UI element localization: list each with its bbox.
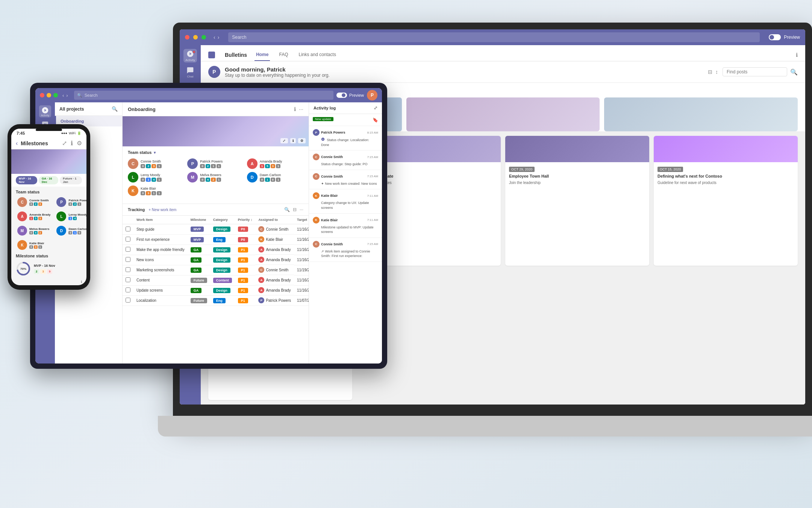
forward-arrow[interactable]: › [218,34,220,40]
tablet-maximize[interactable] [53,93,58,97]
find-posts-input[interactable] [723,67,787,76]
target-date: 11/16/20 [294,285,309,295]
sidebar-icon-chat[interactable]: Chat [183,65,197,79]
phone-member-dawn: D Dawn Carlson 0 1 0 [54,224,86,237]
activity-log-title: Activity log [314,106,336,110]
tab-faq[interactable]: FAQ [277,49,289,61]
tab-links[interactable]: Links and contacts [297,49,337,61]
assignee-cell: K Katie Blair [255,234,294,245]
milestone-tags: MVP · 16 Nov GA · 16 Dec Future · 1 Jan [11,174,86,187]
phone-melva-badges: 0 4 2 [29,231,50,234]
row-checkbox[interactable] [126,227,130,231]
tablet-preview-label: Preview [349,93,364,97]
target-date: 11/16/20 [294,245,309,255]
banner-info-icon[interactable]: ℹ [290,138,296,143]
activity-text-3: ✦ New work item created: New icons [313,181,378,186]
phone-expand-icon[interactable]: ⤢ [62,140,67,147]
tab-home[interactable]: Home [255,49,270,61]
find-posts-search-icon[interactable]: 🔍 [790,68,798,76]
leroy-info: Leroy Moody 0 1 4 1 [141,173,184,182]
tablet-close[interactable] [40,93,44,97]
more-options-icon[interactable]: ··· [299,106,303,112]
phone-amanda-name: Amanda Brady [29,213,50,216]
tracking-actions: 🔍 ⊟ ··· [284,207,303,212]
tablet-forward[interactable]: › [66,93,68,98]
phone-katie-avatar: K [17,240,27,250]
close-button[interactable] [185,35,189,40]
tablet-toggle[interactable] [336,93,347,98]
filter-icon[interactable]: ⊟ [708,69,712,75]
tablet-back[interactable]: ‹ [62,93,64,98]
col-target: Target [294,216,309,224]
row-checkbox[interactable] [126,287,130,292]
tag-future[interactable]: Future · 1 Jan [60,176,82,184]
banner-settings-icon[interactable]: ⚙ [298,138,306,143]
toggle-knob [770,35,774,40]
tag-mvp[interactable]: MVP · 16 Nov [16,176,37,184]
table-row: First run experience MVP Eng P0 K Katie … [123,234,309,245]
col-workitem: Work Item [133,216,188,224]
phone-member-melva: M Melva Bowers 0 4 2 [15,224,53,237]
projects-search-icon[interactable]: 🔍 [112,106,118,112]
connie-avatar: C [128,158,138,169]
preview-switch[interactable] [769,34,781,40]
activity-text-6: ↗ Work item assigned to Connie Smith: Fi… [313,249,378,259]
tracking-more-icon[interactable]: ··· [300,207,303,212]
featured-card-2[interactable] [406,97,600,131]
sort-icon[interactable]: ↕ [715,69,718,75]
nav-arrows: ‹ › [214,34,219,40]
melva-name: Melva Bowers [200,173,244,177]
maximize-button[interactable] [201,35,206,40]
col-category: Category [210,216,235,224]
row-checkbox[interactable] [126,267,130,272]
tablet-minimize[interactable] [47,93,51,97]
info-icon[interactable]: ℹ [294,106,296,112]
col-checkbox [123,216,133,224]
patrick-info: Patrick Powers 0 2 1 1 [200,160,244,168]
workitem-name: New icons [133,255,188,265]
phone-footer: ℹ [11,278,86,285]
tablet-sidebar-activity[interactable]: Activity [39,105,51,117]
activity-time-2: 7:15 AM [367,155,378,159]
sidebar-icon-activity[interactable]: Activity [183,49,197,62]
tracking-filter-icon[interactable]: ⊟ [293,207,297,212]
banner-expand-icon[interactable]: ⤢ [280,138,288,143]
row-checkbox[interactable] [126,298,130,303]
row-checkbox[interactable] [126,277,130,282]
assignee-avatar: A [258,277,264,283]
row-checkbox[interactable] [126,257,130,262]
post-date-4: OCT 15, 2020 [657,167,683,172]
post-card-4[interactable]: OCT 15, 2020 Defining what's next for Co… [654,136,798,266]
minimize-button[interactable] [193,35,198,40]
phone-member-amanda: A Amanda Brady 1 5 3 [15,210,53,223]
phone-header: ‹ Milestones ⤢ ℹ ⚙ [11,137,86,149]
add-work-item-btn[interactable]: + New work item [148,208,176,212]
team-status-dropdown[interactable]: ▾ [154,151,156,155]
tracking-search-icon[interactable]: 🔍 [284,207,290,212]
member-leroy: L Leroy Moody 0 1 4 1 [128,172,184,183]
tablet-search-bar[interactable]: 🔍 Search [74,91,333,100]
category-tag: Eng [213,298,226,303]
phone-connie-info: Connie Smith 0 2 3 [29,199,50,206]
phone-dawn-badges: 0 1 0 [68,231,86,234]
phone-back-button[interactable]: ‹ [16,140,18,147]
phone-settings-icon[interactable]: ⚙ [77,140,82,147]
milestone-mvp-name: MVP - 16 Nov [34,264,55,268]
post-card-3[interactable]: OCT 29, 2020 Employee Town Hall Join the… [505,136,649,266]
back-arrow[interactable]: ‹ [214,34,215,40]
bookmark-icon[interactable]: 🔖 [373,117,378,123]
activity-item-5: K Katie Blair 7:11 AM Milestone updated … [309,214,382,238]
preview-toggle[interactable]: Preview [769,34,800,40]
tag-ga[interactable]: GA · 16 Dec [39,176,58,184]
phone-body: 7:45 ●●● WiFi 🔋 ‹ Milestones ⤢ ℹ ⚙ [8,124,90,290]
activity-log-expand[interactable]: ⤢ [374,105,377,111]
row-checkbox[interactable] [126,247,130,252]
row-checkbox[interactable] [126,237,130,242]
phone-info-icon[interactable]: ℹ [71,140,73,147]
priority-tag: P1 [238,288,248,293]
featured-card-3[interactable] [604,97,798,131]
laptop-search-bar[interactable]: Search [228,32,760,42]
wifi-icon: WiFi [69,131,76,135]
phone-amanda-info: Amanda Brady 1 5 3 [29,213,50,220]
member-katie: K Katie Blair 0 3 1 1 [128,186,184,196]
